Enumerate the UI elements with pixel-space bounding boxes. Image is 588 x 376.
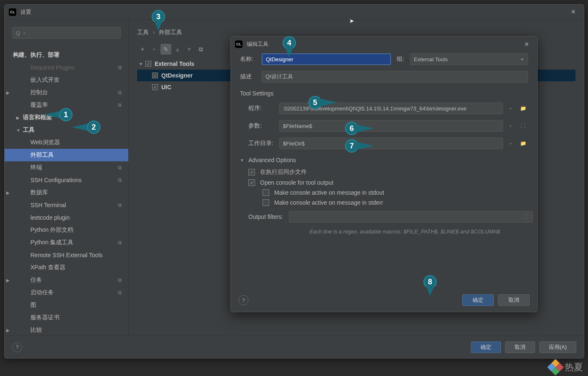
copy-icon: ⧉ xyxy=(118,165,122,170)
add-button[interactable]: ＋ xyxy=(137,44,148,55)
stdout-active-row[interactable]: Make console active on message in stdout xyxy=(263,189,528,196)
insert-macro-button[interactable]: ＋ xyxy=(505,103,515,113)
cancel-button[interactable]: 取消 xyxy=(498,294,530,306)
sidebar-item-label: Web浏览器 xyxy=(30,139,60,146)
sidebar-item[interactable]: ▶比较 xyxy=(5,324,128,336)
sidebar-item-label: leetcode plugin xyxy=(30,214,70,221)
sidebar-tree: 构建、执行、部署Required Plugins⧉嵌入式开发▶控制台⧉覆盖率⧉▶… xyxy=(5,46,128,336)
remove-button[interactable]: － xyxy=(149,44,160,55)
sidebar-item[interactable]: Required Plugins⧉ xyxy=(5,61,128,74)
tool-item-label: QtDesigner xyxy=(161,72,193,79)
sidebar-item[interactable]: SSH Configurations⧉ xyxy=(5,174,128,186)
chevron-right-icon: ▶ xyxy=(6,90,10,95)
checkbox[interactable] xyxy=(152,73,158,78)
args-input[interactable] xyxy=(279,120,503,132)
close-icon[interactable]: × xyxy=(567,8,580,16)
copy-icon: ⧉ xyxy=(118,177,122,183)
sidebar-item[interactable]: 终端⧉ xyxy=(5,161,128,174)
sidebar-item[interactable]: Python 外部文档 xyxy=(5,224,128,236)
workdir-input[interactable] xyxy=(279,138,503,149)
name-input[interactable] xyxy=(262,53,391,65)
sidebar-item[interactable]: SSH Terminal⧉ xyxy=(5,199,128,211)
sidebar-item-label: 终端 xyxy=(30,164,42,171)
checkbox[interactable] xyxy=(248,169,255,175)
sync-files-label: 在执行后同步文件 xyxy=(260,168,307,176)
search-input[interactable]: Q ▾ xyxy=(12,27,121,39)
chevron-right-icon: ▶ xyxy=(6,278,10,283)
checkbox[interactable] xyxy=(152,84,158,90)
chevron-down-icon: ▼ xyxy=(240,158,244,163)
browse-button[interactable]: 📁 xyxy=(518,138,528,148)
copy-button[interactable]: ⧉ xyxy=(195,44,206,55)
checkbox[interactable] xyxy=(263,199,269,206)
advanced-label: Advanced Options xyxy=(248,157,296,163)
chevron-right-icon: ▶ xyxy=(6,328,10,333)
sidebar-item-label: 任务 xyxy=(30,276,42,284)
checkbox[interactable] xyxy=(248,179,255,186)
sidebar-item[interactable]: Remote SSH External Tools xyxy=(5,249,128,261)
sidebar-item[interactable]: Web浏览器 xyxy=(5,136,128,149)
watermark-text: 热夏 xyxy=(565,361,583,373)
copy-icon: ⧉ xyxy=(118,290,122,296)
insert-macro-button[interactable]: ＋ xyxy=(505,138,515,148)
expand-icon[interactable]: ⛶ xyxy=(523,214,528,220)
sidebar-item-label: 构建、执行、部署 xyxy=(13,51,60,59)
tool-group-label: External Tools xyxy=(155,60,194,67)
cancel-button[interactable]: 取消 xyxy=(505,341,535,353)
sidebar-item[interactable]: 图 xyxy=(5,299,128,311)
sidebar-item[interactable]: leetcode plugin xyxy=(5,211,128,224)
close-icon[interactable]: × xyxy=(520,40,533,49)
copy-icon: ⧉ xyxy=(118,90,122,95)
sidebar-item-label: 外部工具 xyxy=(30,151,54,159)
checkbox[interactable] xyxy=(263,189,269,196)
sidebar-item[interactable]: ▶数据库 xyxy=(5,186,128,199)
ok-button[interactable]: 确定 xyxy=(471,341,501,353)
expand-button[interactable]: ⛶ xyxy=(518,121,528,131)
edit-button[interactable]: ✎ xyxy=(160,44,171,55)
sidebar-item-label: 启动任务 xyxy=(30,289,54,296)
sidebar-item-label: Required Plugins xyxy=(30,64,75,71)
group-select[interactable]: External Tools ▼ xyxy=(410,53,528,65)
annotation-marker: 1 xyxy=(59,108,73,121)
sidebar-item[interactable]: 服务器证书 xyxy=(5,311,128,324)
output-filters-label: Output filters: xyxy=(248,213,283,220)
checkbox[interactable] xyxy=(145,61,151,67)
tool-settings-title: Tool Settings xyxy=(240,90,528,97)
browse-button[interactable]: 📁 xyxy=(518,103,528,113)
group-label: 组: xyxy=(397,55,410,63)
insert-macro-button[interactable]: ＋ xyxy=(505,121,515,131)
sidebar-item[interactable]: 启动任务⧉ xyxy=(5,286,128,299)
app-icon: CL xyxy=(235,40,243,48)
sync-files-row[interactable]: 在执行后同步文件 xyxy=(248,168,528,176)
sidebar-item[interactable]: ▶控制台⧉ xyxy=(5,86,128,99)
window-title: 设置 xyxy=(20,8,567,16)
ok-button[interactable]: 确定 xyxy=(462,294,494,306)
sidebar-item[interactable]: XPath 查看器 xyxy=(5,261,128,274)
move-up-button[interactable]: ▲ xyxy=(172,44,183,55)
edit-tool-dialog: CL 编辑工具 × 名称: 组: External Tools ▼ 描述 Too… xyxy=(230,36,538,312)
stderr-active-row[interactable]: Make console active on message in stderr xyxy=(263,199,528,206)
apply-button[interactable]: 应用(A) xyxy=(539,341,576,353)
advanced-expander[interactable]: ▼ Advanced Options xyxy=(240,157,528,163)
sidebar-item[interactable]: 构建、执行、部署 xyxy=(5,49,128,61)
breadcrumb: 工具 › 外部工具 xyxy=(137,29,575,36)
breadcrumb-root[interactable]: 工具 xyxy=(137,29,149,35)
copy-icon: ⧉ xyxy=(118,202,122,208)
sidebar: Q ▾ 构建、执行、部署Required Plugins⧉嵌入式开发▶控制台⧉覆… xyxy=(5,20,129,336)
move-down-button[interactable]: ▼ xyxy=(184,44,195,55)
sidebar-item[interactable]: 外部工具 xyxy=(5,149,128,161)
output-filters-input[interactable] xyxy=(289,211,533,223)
sidebar-item[interactable]: ▼工具 xyxy=(5,124,128,136)
open-console-row[interactable]: Open console for tool output xyxy=(248,179,528,186)
copy-icon: ⧉ xyxy=(118,102,122,108)
desc-input[interactable] xyxy=(262,71,528,83)
sidebar-item[interactable]: Python 集成工具⧉ xyxy=(5,236,128,249)
help-button[interactable]: ? xyxy=(238,295,248,305)
watermark: 热夏 xyxy=(550,361,583,373)
help-button[interactable]: ? xyxy=(12,342,22,352)
sidebar-item-label: Python 集成工具 xyxy=(30,239,73,246)
sidebar-item-label: XPath 查看器 xyxy=(30,264,65,271)
sidebar-item[interactable]: 嵌入式开发 xyxy=(5,74,128,86)
watermark-logo xyxy=(547,359,564,376)
sidebar-item[interactable]: ▶任务⧉ xyxy=(5,274,128,286)
